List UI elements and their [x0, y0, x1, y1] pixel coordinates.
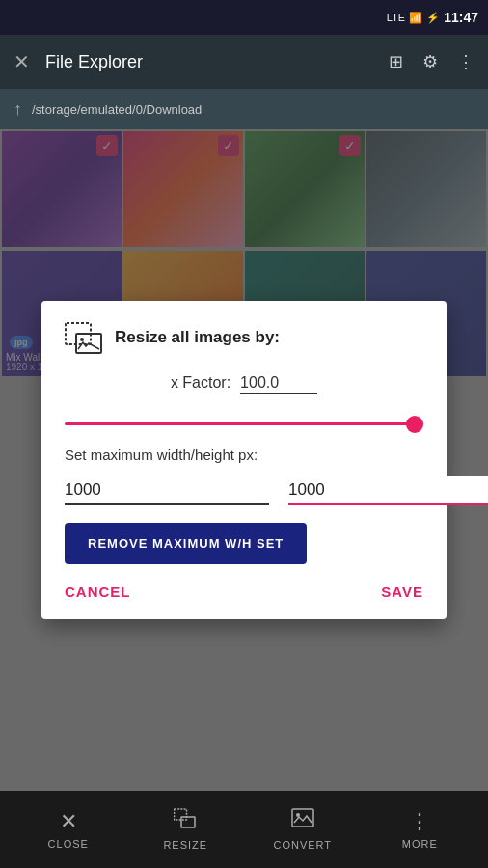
- resize-toolbar-icon: [174, 808, 197, 835]
- svg-rect-4: [181, 817, 195, 827]
- top-bar-close-button[interactable]: ✕: [14, 50, 30, 73]
- width-input[interactable]: [65, 476, 269, 505]
- modal-actions: CANCEL SAVE: [65, 583, 423, 600]
- convert-toolbar-icon: [291, 808, 314, 835]
- max-dimensions-label: Set maximum width/height px:: [65, 447, 423, 463]
- x-factor-value[interactable]: 100.0: [240, 374, 317, 394]
- resize-icon: [65, 320, 103, 355]
- status-icons: LTE 📶 ⚡ 11:47: [387, 10, 478, 25]
- top-bar-actions: ⊞ ⚙ ⋮: [389, 51, 474, 72]
- lte-icon: LTE: [387, 12, 405, 23]
- settings-icon[interactable]: ⚙: [422, 51, 438, 72]
- resize-toolbar-label: RESIZE: [163, 839, 207, 851]
- toolbar-convert[interactable]: CONVERT: [269, 808, 337, 851]
- toolbar-more[interactable]: ⋮ MORE: [386, 809, 453, 850]
- remove-max-button[interactable]: REMOVE MAXIMUM W/H SET: [65, 523, 307, 564]
- status-bar: LTE 📶 ⚡ 11:47: [0, 0, 488, 35]
- resize-modal: Resize all images by: x Factor: 100.0 Se…: [41, 301, 447, 619]
- navigate-up-icon[interactable]: ↑: [14, 99, 22, 120]
- more-toolbar-icon: ⋮: [409, 809, 430, 834]
- clock: 11:47: [444, 10, 478, 25]
- more-options-icon[interactable]: ⋮: [457, 51, 474, 72]
- svg-point-2: [80, 338, 84, 341]
- svg-point-6: [296, 813, 300, 817]
- svg-rect-5: [292, 809, 313, 827]
- top-bar: ✕ File Explorer ⊞ ⚙ ⋮: [0, 35, 488, 89]
- height-input[interactable]: [288, 476, 488, 505]
- close-toolbar-icon: ✕: [60, 809, 77, 834]
- svg-rect-3: [175, 809, 187, 820]
- save-button[interactable]: SAVE: [381, 583, 423, 600]
- close-toolbar-label: CLOSE: [48, 838, 89, 850]
- toolbar-resize[interactable]: RESIZE: [151, 808, 219, 851]
- main-content: ✓ ✓ ✓ jpg Mix Wallpapers ... 1920 x 1080…: [0, 129, 488, 791]
- scale-slider[interactable]: [65, 422, 423, 425]
- signal-icon: 📶: [409, 12, 422, 24]
- dimension-inputs: [65, 476, 423, 505]
- x-factor-row: x Factor: 100.0: [65, 374, 423, 394]
- breadcrumb-path: /storage/emulated/0/Download: [32, 102, 202, 117]
- grid-view-icon[interactable]: ⊞: [389, 51, 403, 72]
- more-toolbar-label: MORE: [402, 838, 438, 850]
- slider-container: [65, 412, 423, 429]
- breadcrumb-bar: ↑ /storage/emulated/0/Download: [0, 89, 488, 129]
- battery-icon: ⚡: [426, 12, 440, 24]
- modal-overlay: Resize all images by: x Factor: 100.0 Se…: [0, 129, 488, 791]
- x-factor-label: x Factor:: [171, 374, 230, 392]
- cancel-button[interactable]: CANCEL: [65, 583, 131, 600]
- convert-toolbar-label: CONVERT: [273, 839, 332, 851]
- toolbar-close[interactable]: ✕ CLOSE: [35, 809, 102, 850]
- bottom-toolbar: ✕ CLOSE RESIZE CONVERT ⋮ MORE: [0, 791, 488, 868]
- modal-header: Resize all images by:: [65, 320, 423, 355]
- app-title: File Explorer: [45, 52, 373, 72]
- modal-title: Resize all images by:: [115, 328, 280, 347]
